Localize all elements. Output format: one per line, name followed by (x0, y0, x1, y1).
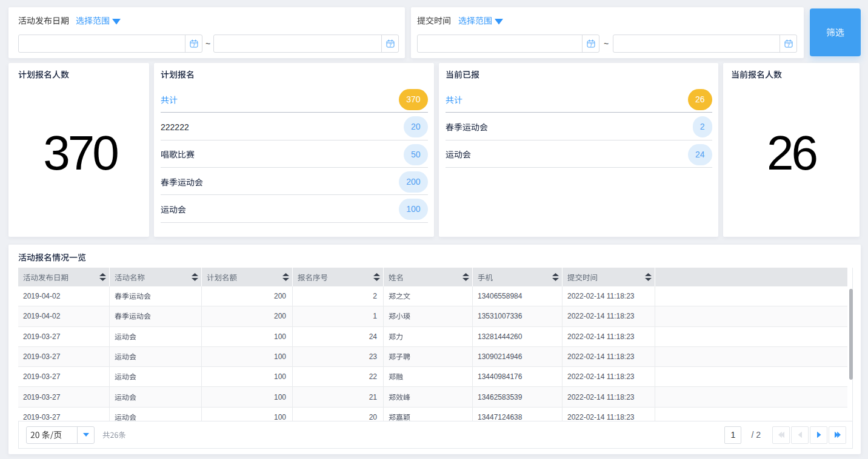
svg-text:7: 7 (589, 42, 592, 48)
svg-text:7: 7 (192, 42, 195, 48)
svg-text:7: 7 (389, 42, 392, 48)
svg-text:7: 7 (787, 42, 790, 48)
